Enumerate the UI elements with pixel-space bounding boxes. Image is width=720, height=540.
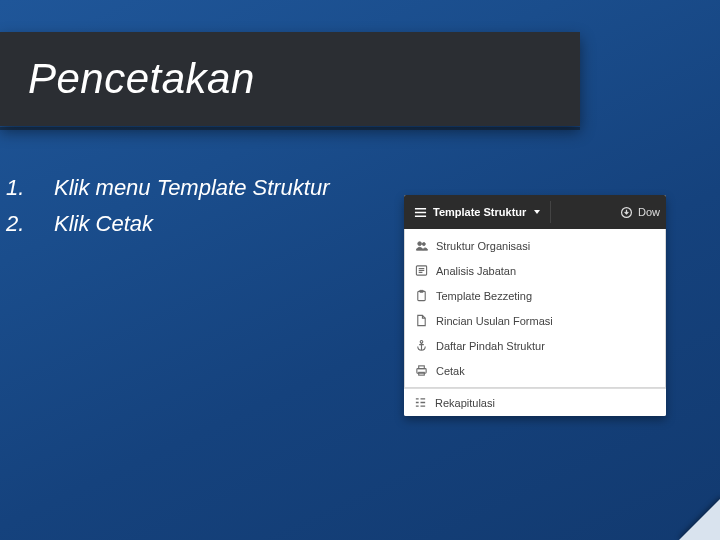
step-text: Klik menu Template Struktur [54, 175, 330, 200]
anchor-icon [415, 339, 428, 352]
svg-point-2 [422, 243, 425, 246]
svg-rect-5 [420, 290, 424, 292]
print-icon [415, 364, 428, 377]
svg-rect-8 [419, 366, 425, 369]
nav-dropdown-template-struktur[interactable]: Template Struktur [404, 195, 550, 229]
nav-right-item[interactable]: Dow [620, 206, 666, 219]
menu-item-label: Rincian Usulan Formasi [436, 315, 553, 327]
svg-rect-4 [418, 291, 425, 300]
step-number: 2. [30, 211, 54, 237]
title-bar: Pencetakan [0, 32, 580, 126]
group-icon [415, 239, 428, 252]
menu-item-cetak[interactable]: Cetak [405, 358, 665, 383]
nav-dropdown-label: Template Struktur [433, 206, 526, 218]
menu-item-analisis-jabatan[interactable]: Analisis Jabatan [405, 258, 665, 283]
step-2: 2.Klik Cetak [54, 211, 360, 237]
file-icon [415, 314, 428, 327]
menu-item-daftar-pindah-struktur[interactable]: Daftar Pindah Struktur [405, 333, 665, 358]
menu-item-label: Rekapitulasi [435, 397, 495, 409]
download-icon [620, 206, 633, 219]
menu-item-rekapitulasi[interactable]: Rekapitulasi [404, 388, 666, 416]
instructions: 1.Klik menu Template Struktur 2.Klik Cet… [30, 175, 360, 248]
page-title: Pencetakan [28, 55, 255, 103]
menu-icon [414, 396, 427, 409]
page-curl [662, 482, 720, 540]
caret-down-icon [534, 210, 540, 214]
step-1: 1.Klik menu Template Struktur [54, 175, 360, 201]
navbar: Template Struktur Dow [404, 195, 666, 229]
slide: Pencetakan 1.Klik menu Template Struktur… [0, 0, 720, 540]
step-number: 1. [30, 175, 54, 201]
svg-point-6 [420, 340, 423, 343]
nav-right-label: Dow [638, 206, 660, 218]
app-screenshot: Template Struktur Dow Struktur Organisas… [404, 195, 666, 416]
svg-point-1 [418, 242, 422, 246]
clipboard-icon [415, 289, 428, 302]
dropdown-menu: Struktur Organisasi Analisis Jabatan Tem… [404, 229, 666, 388]
menu-item-template-bezzeting[interactable]: Template Bezzeting [405, 283, 665, 308]
step-text: Klik Cetak [54, 211, 153, 236]
menu-item-label: Template Bezzeting [436, 290, 532, 302]
hamburger-icon [414, 206, 427, 219]
menu-item-label: Struktur Organisasi [436, 240, 530, 252]
menu-item-label: Daftar Pindah Struktur [436, 340, 545, 352]
menu-item-struktur-organisasi[interactable]: Struktur Organisasi [405, 233, 665, 258]
menu-item-label: Cetak [436, 365, 465, 377]
list-icon [415, 264, 428, 277]
menu-item-rincian-usulan-formasi[interactable]: Rincian Usulan Formasi [405, 308, 665, 333]
menu-item-label: Analisis Jabatan [436, 265, 516, 277]
